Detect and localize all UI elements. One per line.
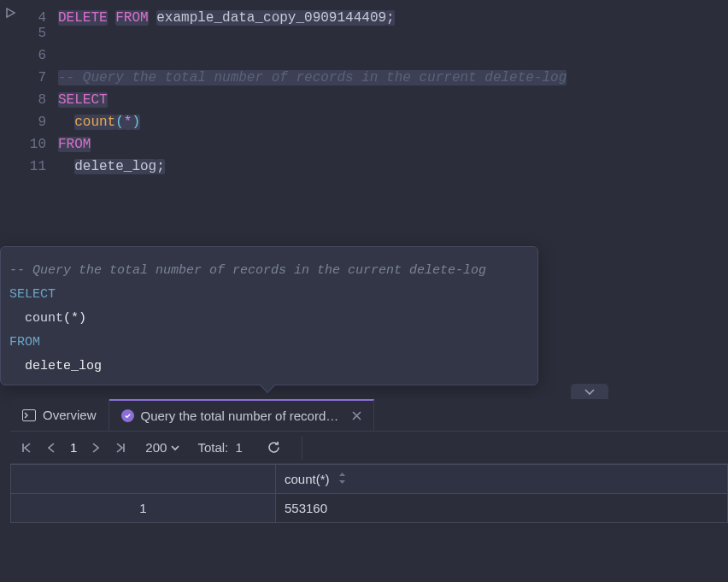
run-statement-icon[interactable]	[4, 7, 16, 19]
sql-preview-tooltip: -- Query the total number of records in …	[0, 246, 538, 385]
row-number-header[interactable]	[11, 465, 276, 494]
chevron-down-icon	[584, 387, 596, 396]
results-toolbar: 1 200 Total: 1	[10, 432, 728, 464]
tooltip-line: delete_log	[9, 355, 529, 379]
refresh-icon	[267, 440, 281, 455]
code-content[interactable]: FROM	[58, 133, 728, 156]
line-number: 8	[17, 89, 58, 111]
line-number: 7	[17, 67, 58, 89]
column-header[interactable]: count(*)	[276, 465, 728, 494]
code-content[interactable]: -- Query the total number of records in …	[58, 67, 728, 89]
first-page-button[interactable]	[19, 440, 34, 456]
tooltip-line: SELECT	[9, 283, 529, 307]
page-size-value: 200	[145, 440, 167, 455]
code-line[interactable]: 4DELETE FROM example_data_copy_090914440…	[0, 0, 728, 22]
refresh-button[interactable]	[265, 438, 283, 456]
line-number: 6	[17, 44, 58, 67]
toolbar-divider	[302, 436, 302, 460]
result-table: count(*) 1553160	[10, 464, 728, 523]
sort-icon[interactable]	[338, 474, 346, 486]
tab-query-label: Query the total number of record…	[141, 409, 339, 423]
prev-page-button[interactable]	[44, 440, 58, 456]
code-line[interactable]: 6	[0, 44, 728, 67]
code-content[interactable]: delete_log;	[58, 156, 728, 178]
terminal-icon	[22, 409, 36, 421]
result-table-wrap[interactable]: count(*) 1553160	[10, 464, 728, 582]
tab-overview[interactable]: Overview	[10, 399, 109, 431]
sql-editor[interactable]: 4DELETE FROM example_data_copy_090914440…	[0, 0, 728, 246]
results-tabs-bar: Overview Query the total number of recor…	[10, 399, 728, 432]
tab-overview-label: Overview	[43, 408, 97, 422]
line-number: 10	[17, 133, 58, 156]
panel-collapse-handle[interactable]	[571, 384, 608, 399]
close-icon	[352, 411, 361, 420]
row-number-cell: 1	[11, 494, 276, 523]
results-panel: Overview Query the total number of recor…	[10, 399, 728, 582]
page-size-select[interactable]: 200	[145, 440, 180, 455]
line-number: 5	[17, 22, 58, 44]
line-number: 9	[17, 111, 58, 133]
svg-rect-0	[23, 409, 36, 420]
next-page-button[interactable]	[89, 440, 103, 456]
table-row[interactable]: 1553160	[11, 494, 728, 523]
code-line[interactable]: 11 delete_log;	[0, 156, 728, 178]
chevron-left-icon	[46, 442, 56, 454]
cell-value[interactable]: 553160	[276, 494, 728, 523]
chevron-down-icon	[170, 444, 180, 452]
code-line[interactable]: 10FROM	[0, 133, 728, 156]
run-gutter[interactable]	[0, 7, 17, 19]
tab-close-button[interactable]	[352, 409, 361, 423]
code-content[interactable]: DELETE FROM example_data_copy_0909144409…	[58, 7, 728, 29]
page-number: 1	[68, 440, 79, 455]
column-header-label: count(*)	[285, 472, 330, 486]
tooltip-line: FROM	[9, 331, 529, 355]
check-circle-icon	[121, 409, 134, 422]
code-line[interactable]: 9 count(*)	[0, 111, 728, 133]
code-content[interactable]: SELECT	[58, 89, 728, 111]
total-label: Total: 1	[197, 440, 243, 455]
tooltip-line: count(*)	[9, 307, 529, 331]
code-content[interactable]: count(*)	[58, 111, 728, 133]
code-line[interactable]: 8SELECT	[0, 89, 728, 111]
tab-query-result[interactable]: Query the total number of record…	[109, 399, 375, 431]
chevron-right-icon	[91, 442, 101, 454]
line-number: 11	[17, 156, 58, 178]
last-page-button[interactable]	[113, 440, 128, 456]
code-line[interactable]: 7-- Query the total number of records in…	[0, 67, 728, 89]
tooltip-line: -- Query the total number of records in …	[9, 259, 529, 283]
first-page-icon	[21, 442, 32, 454]
last-page-icon	[114, 442, 126, 454]
